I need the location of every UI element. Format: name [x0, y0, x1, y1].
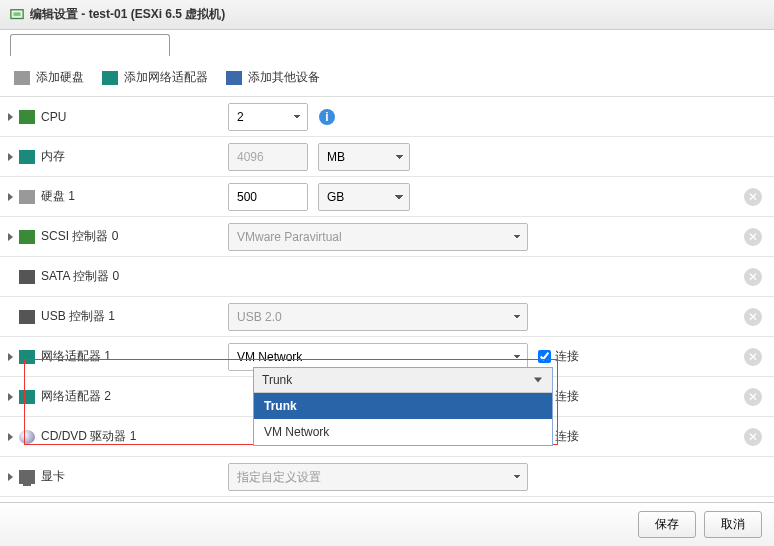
window-titlebar: 编辑设置 - test-01 (ESXi 6.5 虚拟机) [0, 0, 774, 30]
memory-input[interactable] [228, 143, 308, 171]
cpu-icon [19, 110, 35, 124]
remove-cd-button[interactable]: ✕ [744, 428, 762, 446]
remove-usb-button[interactable]: ✕ [744, 308, 762, 326]
expand-arrow[interactable] [8, 193, 13, 201]
cpu-count-select[interactable]: 2 [228, 103, 308, 131]
dropdown-selected[interactable]: Trunk [254, 368, 552, 393]
svg-text:i: i [325, 110, 328, 124]
scsi-type-select[interactable]: VMware Paravirtual [228, 223, 528, 251]
nic2-label: 网络适配器 2 [41, 388, 111, 405]
svg-rect-1 [14, 12, 21, 16]
add-disk-button[interactable]: 添加硬盘 [14, 69, 84, 86]
row-gpu: 显卡 指定自定义设置 [0, 457, 774, 497]
add-nic-button[interactable]: 添加网络适配器 [102, 69, 208, 86]
cd-icon [19, 430, 35, 444]
add-other-label: 添加其他设备 [248, 69, 320, 86]
disk-icon [14, 71, 30, 85]
row-cpu: CPU 2 i [0, 97, 774, 137]
memory-label: 内存 [41, 148, 65, 165]
memory-unit-select[interactable]: MB [318, 143, 410, 171]
window-title: 编辑设置 - test-01 (ESXi 6.5 虚拟机) [30, 6, 225, 23]
row-scsi: SCSI 控制器 0 VMware Paravirtual ✕ [0, 217, 774, 257]
disk-icon [19, 190, 35, 204]
remove-nic1-button[interactable]: ✕ [744, 348, 762, 366]
disk-size-input[interactable] [228, 183, 308, 211]
gpu-select[interactable]: 指定自定义设置 [228, 463, 528, 491]
remove-sata-button[interactable]: ✕ [744, 268, 762, 286]
usb-icon [19, 310, 35, 324]
row-usb: USB 控制器 1 USB 2.0 ✕ [0, 297, 774, 337]
cancel-button[interactable]: 取消 [704, 511, 762, 538]
expand-arrow[interactable] [8, 153, 13, 161]
expand-arrow[interactable] [8, 433, 13, 441]
add-other-button[interactable]: 添加其他设备 [226, 69, 320, 86]
dropdown-option-trunk[interactable]: Trunk [254, 393, 552, 419]
nic1-label: 网络适配器 1 [41, 348, 111, 365]
add-disk-label: 添加硬盘 [36, 69, 84, 86]
expand-arrow[interactable] [8, 233, 13, 241]
scsi-label: SCSI 控制器 0 [41, 228, 118, 245]
memory-icon [19, 150, 35, 164]
nic-icon [19, 390, 35, 404]
usb-type-select[interactable]: USB 2.0 [228, 303, 528, 331]
cd-label: CD/DVD 驱动器 1 [41, 428, 136, 445]
nic2-network-dropdown[interactable]: Trunk Trunk VM Network [253, 367, 553, 446]
nic-icon [102, 71, 118, 85]
vm-icon [10, 8, 24, 22]
nic-icon [19, 350, 35, 364]
sata-icon [19, 270, 35, 284]
hardware-toolbar: 添加硬盘 添加网络适配器 添加其他设备 [0, 59, 774, 96]
row-disk: 硬盘 1 GB ✕ [0, 177, 774, 217]
usb-label: USB 控制器 1 [41, 308, 115, 325]
scsi-icon [19, 230, 35, 244]
expand-arrow[interactable] [8, 473, 13, 481]
disk-unit-select[interactable]: GB [318, 183, 410, 211]
tab-stub[interactable] [10, 34, 170, 56]
display-icon [19, 470, 35, 484]
remove-nic2-button[interactable]: ✕ [744, 388, 762, 406]
expand-arrow[interactable] [8, 353, 13, 361]
cpu-label: CPU [41, 110, 66, 124]
expand-arrow[interactable] [8, 393, 13, 401]
gpu-label: 显卡 [41, 468, 65, 485]
add-nic-label: 添加网络适配器 [124, 69, 208, 86]
dropdown-option-vmnetwork[interactable]: VM Network [254, 419, 552, 445]
info-icon[interactable]: i [318, 108, 336, 126]
disk-label: 硬盘 1 [41, 188, 75, 205]
tab-bar [0, 30, 774, 59]
dialog-footer: 保存 取消 [0, 502, 774, 546]
row-sata: SATA 控制器 0 ✕ [0, 257, 774, 297]
row-memory: 内存 MB [0, 137, 774, 177]
expand-arrow[interactable] [8, 113, 13, 121]
remove-disk-button[interactable]: ✕ [744, 188, 762, 206]
save-button[interactable]: 保存 [638, 511, 696, 538]
nic1-connect-checkbox[interactable]: 连接 [538, 348, 579, 365]
remove-scsi-button[interactable]: ✕ [744, 228, 762, 246]
sata-label: SATA 控制器 0 [41, 268, 119, 285]
device-icon [226, 71, 242, 85]
